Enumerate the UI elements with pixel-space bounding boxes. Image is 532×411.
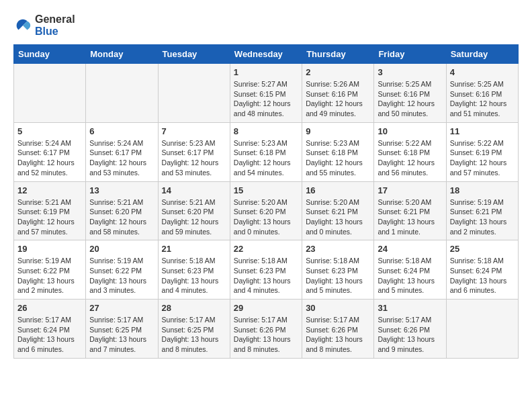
calendar-cell: 21Sunrise: 5:18 AM Sunset: 6:23 PM Dayli… — [158, 240, 230, 300]
calendar-cell: 22Sunrise: 5:18 AM Sunset: 6:23 PM Dayli… — [230, 240, 302, 300]
calendar-cell: 20Sunrise: 5:19 AM Sunset: 6:22 PM Dayli… — [86, 240, 158, 300]
day-info: Sunrise: 5:17 AM Sunset: 6:25 PM Dayligh… — [162, 315, 226, 355]
day-info: Sunrise: 5:25 AM Sunset: 6:16 PM Dayligh… — [450, 79, 515, 119]
day-number: 26 — [17, 303, 82, 313]
calendar-cell: 17Sunrise: 5:20 AM Sunset: 6:21 PM Dayli… — [374, 181, 446, 240]
calendar-cell: 28Sunrise: 5:17 AM Sunset: 6:25 PM Dayli… — [158, 300, 230, 359]
calendar-table: Sunday Monday Tuesday Wednesday Thursday… — [13, 44, 519, 359]
day-info: Sunrise: 5:23 AM Sunset: 6:17 PM Dayligh… — [162, 138, 226, 178]
day-info: Sunrise: 5:25 AM Sunset: 6:16 PM Dayligh… — [378, 79, 442, 119]
calendar-cell: 2Sunrise: 5:26 AM Sunset: 6:16 PM Daylig… — [302, 64, 374, 123]
day-number: 7 — [162, 126, 226, 136]
calendar-cell: 8Sunrise: 5:23 AM Sunset: 6:18 PM Daylig… — [230, 122, 302, 181]
calendar-cell: 11Sunrise: 5:22 AM Sunset: 6:19 PM Dayli… — [446, 122, 518, 181]
page-header: General Blue — [13, 13, 519, 38]
calendar-cell: 25Sunrise: 5:18 AM Sunset: 6:24 PM Dayli… — [446, 240, 518, 300]
day-number: 9 — [306, 126, 370, 136]
day-info: Sunrise: 5:21 AM Sunset: 6:19 PM Dayligh… — [17, 197, 82, 237]
day-info: Sunrise: 5:23 AM Sunset: 6:18 PM Dayligh… — [306, 138, 370, 178]
calendar-cell: 7Sunrise: 5:23 AM Sunset: 6:17 PM Daylig… — [158, 122, 230, 181]
day-info: Sunrise: 5:24 AM Sunset: 6:17 PM Dayligh… — [17, 138, 82, 178]
day-info: Sunrise: 5:18 AM Sunset: 6:24 PM Dayligh… — [450, 256, 515, 295]
day-info: Sunrise: 5:18 AM Sunset: 6:23 PM Dayligh… — [306, 256, 370, 295]
day-number: 11 — [450, 126, 515, 136]
day-number: 17 — [378, 185, 442, 195]
calendar-cell: 16Sunrise: 5:20 AM Sunset: 6:21 PM Dayli… — [302, 181, 374, 240]
logo: General Blue — [13, 13, 75, 38]
day-info: Sunrise: 5:20 AM Sunset: 6:21 PM Dayligh… — [378, 197, 442, 237]
calendar-cell: 29Sunrise: 5:17 AM Sunset: 6:26 PM Dayli… — [230, 300, 302, 359]
day-number: 25 — [450, 244, 515, 254]
day-number: 10 — [378, 126, 442, 136]
day-number: 30 — [306, 303, 370, 313]
calendar-cell: 14Sunrise: 5:21 AM Sunset: 6:20 PM Dayli… — [158, 181, 230, 240]
day-info: Sunrise: 5:19 AM Sunset: 6:22 PM Dayligh… — [17, 256, 82, 295]
calendar-cell — [446, 300, 518, 359]
day-number: 4 — [450, 67, 515, 77]
day-number: 21 — [162, 244, 226, 254]
day-info: Sunrise: 5:18 AM Sunset: 6:23 PM Dayligh… — [162, 256, 226, 295]
day-number: 18 — [450, 185, 515, 195]
day-info: Sunrise: 5:21 AM Sunset: 6:20 PM Dayligh… — [89, 197, 154, 237]
day-info: Sunrise: 5:21 AM Sunset: 6:20 PM Dayligh… — [162, 197, 226, 237]
day-number: 2 — [306, 67, 370, 77]
day-number: 6 — [89, 126, 154, 136]
calendar-cell: 15Sunrise: 5:20 AM Sunset: 6:20 PM Dayli… — [230, 181, 302, 240]
day-info: Sunrise: 5:17 AM Sunset: 6:26 PM Dayligh… — [234, 315, 298, 355]
day-number: 27 — [89, 303, 154, 313]
day-number: 23 — [306, 244, 370, 254]
day-info: Sunrise: 5:17 AM Sunset: 6:24 PM Dayligh… — [17, 315, 82, 355]
day-info: Sunrise: 5:20 AM Sunset: 6:20 PM Dayligh… — [234, 197, 298, 237]
day-info: Sunrise: 5:26 AM Sunset: 6:16 PM Dayligh… — [306, 79, 370, 119]
day-number: 31 — [378, 303, 442, 313]
header-wednesday: Wednesday — [230, 45, 302, 64]
calendar-cell: 6Sunrise: 5:24 AM Sunset: 6:17 PM Daylig… — [86, 122, 158, 181]
day-info: Sunrise: 5:19 AM Sunset: 6:21 PM Dayligh… — [450, 197, 515, 237]
logo-icon — [13, 16, 32, 35]
header-monday: Monday — [86, 45, 158, 64]
day-number: 12 — [17, 185, 82, 195]
day-info: Sunrise: 5:22 AM Sunset: 6:18 PM Dayligh… — [378, 138, 442, 178]
calendar-cell — [86, 64, 158, 123]
day-number: 8 — [234, 126, 298, 136]
calendar-cell: 3Sunrise: 5:25 AM Sunset: 6:16 PM Daylig… — [374, 64, 446, 123]
calendar-cell: 1Sunrise: 5:27 AM Sunset: 6:15 PM Daylig… — [230, 64, 302, 123]
header-saturday: Saturday — [446, 45, 518, 64]
day-number: 16 — [306, 185, 370, 195]
day-info: Sunrise: 5:18 AM Sunset: 6:23 PM Dayligh… — [234, 256, 298, 295]
calendar-cell: 31Sunrise: 5:17 AM Sunset: 6:26 PM Dayli… — [374, 300, 446, 359]
day-number: 13 — [89, 185, 154, 195]
calendar-cell: 10Sunrise: 5:22 AM Sunset: 6:18 PM Dayli… — [374, 122, 446, 181]
calendar-cell: 24Sunrise: 5:18 AM Sunset: 6:24 PM Dayli… — [374, 240, 446, 300]
day-info: Sunrise: 5:27 AM Sunset: 6:15 PM Dayligh… — [234, 79, 298, 119]
calendar-week-3: 12Sunrise: 5:21 AM Sunset: 6:19 PM Dayli… — [14, 181, 519, 240]
calendar-week-2: 5Sunrise: 5:24 AM Sunset: 6:17 PM Daylig… — [14, 122, 519, 181]
day-info: Sunrise: 5:23 AM Sunset: 6:18 PM Dayligh… — [234, 138, 298, 178]
header-row: Sunday Monday Tuesday Wednesday Thursday… — [14, 45, 519, 64]
day-number: 15 — [234, 185, 298, 195]
header-sunday: Sunday — [14, 45, 86, 64]
day-number: 5 — [17, 126, 82, 136]
day-number: 24 — [378, 244, 442, 254]
calendar-cell: 30Sunrise: 5:17 AM Sunset: 6:26 PM Dayli… — [302, 300, 374, 359]
day-number: 28 — [162, 303, 226, 313]
calendar-cell: 13Sunrise: 5:21 AM Sunset: 6:20 PM Dayli… — [86, 181, 158, 240]
calendar-cell: 26Sunrise: 5:17 AM Sunset: 6:24 PM Dayli… — [14, 300, 86, 359]
day-info: Sunrise: 5:17 AM Sunset: 6:26 PM Dayligh… — [306, 315, 370, 355]
calendar-week-5: 26Sunrise: 5:17 AM Sunset: 6:24 PM Dayli… — [14, 300, 519, 359]
calendar-cell — [14, 64, 86, 123]
calendar-week-4: 19Sunrise: 5:19 AM Sunset: 6:22 PM Dayli… — [14, 240, 519, 300]
day-number: 19 — [17, 244, 82, 254]
day-number: 22 — [234, 244, 298, 254]
header-friday: Friday — [374, 45, 446, 64]
day-number: 29 — [234, 303, 298, 313]
day-info: Sunrise: 5:20 AM Sunset: 6:21 PM Dayligh… — [306, 197, 370, 237]
day-info: Sunrise: 5:17 AM Sunset: 6:25 PM Dayligh… — [89, 315, 154, 355]
calendar-cell: 9Sunrise: 5:23 AM Sunset: 6:18 PM Daylig… — [302, 122, 374, 181]
calendar-cell: 23Sunrise: 5:18 AM Sunset: 6:23 PM Dayli… — [302, 240, 374, 300]
calendar-cell: 5Sunrise: 5:24 AM Sunset: 6:17 PM Daylig… — [14, 122, 86, 181]
logo-text: General Blue — [35, 13, 75, 38]
day-number: 14 — [162, 185, 226, 195]
day-number: 3 — [378, 67, 442, 77]
day-number: 20 — [89, 244, 154, 254]
